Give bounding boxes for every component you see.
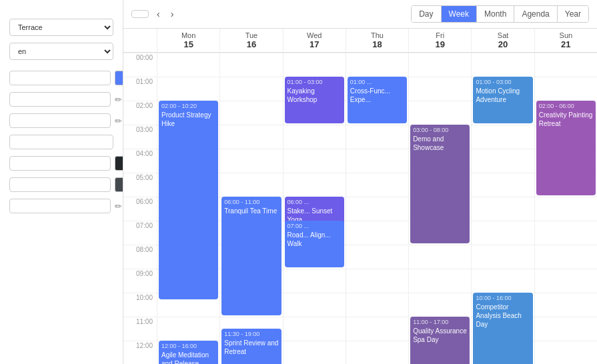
event-title: Road... Align... Walk bbox=[287, 231, 331, 247]
hour-line bbox=[283, 341, 346, 364]
calendar-main: ‹ › Day Week Month Agenda Year Mon 15Tue… bbox=[123, 0, 597, 364]
time-slot-1000: 10:00 bbox=[123, 293, 157, 317]
time-column: 00:0001:0002:0003:0004:0005:0006:0007:00… bbox=[123, 53, 157, 364]
days-area: 02:00 - 10:20Product Strategy Hike12:00 … bbox=[157, 53, 597, 364]
hour-line bbox=[409, 245, 471, 269]
toolbar-text-swatch[interactable] bbox=[115, 177, 123, 192]
event-time: 01:00 - 03:00 bbox=[476, 79, 530, 87]
text-color-input[interactable] bbox=[9, 156, 111, 171]
calendar-event[interactable]: 11:30 - 19:00Sprint Review and Retreat bbox=[221, 329, 281, 364]
event-title: Cross-Func... Expe... bbox=[350, 87, 390, 103]
calendar-event[interactable]: 07:00 ...Road... Align... Walk bbox=[285, 221, 344, 267]
view-group: Day Week Month Agenda Year bbox=[411, 5, 589, 23]
hour-line bbox=[535, 245, 597, 269]
event-title: Creativity Painting Retreat bbox=[539, 111, 593, 127]
calendar-event[interactable]: 12:00 - 16:00Agile Meditation and Releas… bbox=[159, 341, 218, 364]
hour-line bbox=[220, 101, 282, 125]
event-title: Tranquil Tea Time bbox=[224, 207, 277, 215]
hour-line bbox=[283, 293, 346, 317]
calendar-event[interactable]: 02:00 - 10:20Product Strategy Hike bbox=[159, 101, 218, 299]
hour-line bbox=[346, 245, 408, 269]
hour-line bbox=[346, 341, 408, 364]
hour-line bbox=[535, 317, 597, 341]
theme-select[interactable]: Terrace Classic bbox=[9, 19, 113, 36]
day-headers: Mon 15Tue 16Wed 17Thu 18Fri 19Sat 20Sun … bbox=[157, 29, 597, 52]
next-button[interactable]: › bbox=[168, 7, 177, 21]
hour-line bbox=[472, 149, 534, 173]
hour-line bbox=[472, 245, 534, 269]
day-header-tue: Tue 16 bbox=[219, 29, 282, 52]
hour-line bbox=[472, 53, 534, 77]
day-col-sat: 01:00 - 03:00Motion Cycling Adventure10:… bbox=[471, 53, 534, 364]
hour-line bbox=[346, 149, 408, 173]
time-slot-0400: 04:00 bbox=[123, 149, 157, 173]
today-button[interactable] bbox=[131, 10, 149, 18]
hour-line bbox=[346, 293, 408, 317]
day-header-sun: Sun 21 bbox=[534, 29, 597, 52]
view-month[interactable]: Month bbox=[477, 6, 514, 22]
hour-line bbox=[220, 125, 282, 149]
hour-line bbox=[409, 101, 471, 125]
day-col-fri: 03:00 - 08:00Demo and Showcase11:00 - 17… bbox=[408, 53, 471, 364]
toolbar-text-input[interactable] bbox=[9, 177, 111, 192]
event-bg-input[interactable] bbox=[9, 92, 111, 107]
view-week[interactable]: Week bbox=[442, 6, 477, 22]
hour-line bbox=[346, 53, 408, 77]
event-bg-pencil-icon[interactable]: ✏ bbox=[115, 95, 122, 105]
day-col-mon: 02:00 - 10:20Product Strategy Hike12:00 … bbox=[157, 53, 219, 364]
bg-color-input[interactable] bbox=[9, 135, 113, 149]
hour-line bbox=[220, 173, 282, 197]
view-year[interactable]: Year bbox=[558, 6, 588, 22]
hour-line bbox=[535, 53, 597, 77]
hour-line bbox=[535, 221, 597, 245]
event-time: 10:00 - 16:00 bbox=[476, 295, 530, 303]
event-title: Competitor Analysis Beach Day bbox=[476, 303, 521, 328]
hour-line bbox=[220, 77, 282, 101]
event-time: 01:00 ... bbox=[350, 79, 404, 87]
day-header-wed: Wed 17 bbox=[283, 29, 346, 52]
prev-button[interactable]: ‹ bbox=[154, 7, 163, 21]
hour-line bbox=[220, 149, 282, 173]
calendar-event[interactable]: 02:00 - 06:00Creativity Painting Retreat bbox=[536, 101, 596, 195]
time-slot-0500: 05:00 bbox=[123, 173, 157, 197]
calendar-event[interactable]: 03:00 - 08:00Demo and Showcase bbox=[410, 125, 470, 243]
hour-line bbox=[346, 173, 408, 197]
hour-line bbox=[472, 269, 534, 293]
calendar-event[interactable]: 06:00 - 11:00Tranquil Tea Time bbox=[221, 197, 281, 315]
toolbar: ‹ › Day Week Month Agenda Year bbox=[123, 0, 597, 29]
primary-color-swatch[interactable] bbox=[115, 71, 123, 85]
calendar-event[interactable]: 01:00 ...Cross-Func... Expe... bbox=[348, 77, 407, 123]
hour-line bbox=[409, 269, 471, 293]
event-text-pencil-icon[interactable]: ✏ bbox=[115, 116, 122, 126]
calendar-event[interactable]: 01:00 - 03:00Motion Cycling Adventure bbox=[473, 77, 532, 123]
calendar-event[interactable]: 11:00 - 17:00Quality Assurance Spa Day bbox=[410, 317, 470, 364]
time-slot-0600: 06:00 bbox=[123, 197, 157, 221]
event-text-input[interactable] bbox=[9, 113, 111, 128]
header-text-pencil-icon[interactable]: ✏ bbox=[115, 201, 122, 211]
hour-line bbox=[535, 197, 597, 221]
calendar-grid: Mon 15Tue 16Wed 17Thu 18Fri 19Sat 20Sun … bbox=[123, 29, 597, 364]
time-slot-1100: 11:00 bbox=[123, 317, 157, 341]
event-time: 06:00 - 11:00 bbox=[224, 199, 278, 207]
event-title: Product Strategy Hike bbox=[161, 111, 211, 127]
hour-line bbox=[409, 293, 471, 317]
hour-line bbox=[535, 77, 597, 101]
text-color-swatch[interactable] bbox=[115, 156, 123, 171]
view-agenda[interactable]: Agenda bbox=[514, 6, 557, 22]
hour-line bbox=[346, 221, 408, 245]
day-col-sun: 02:00 - 06:00Creativity Painting Retreat bbox=[534, 53, 597, 364]
event-time: 01:00 - 03:00 bbox=[287, 79, 342, 87]
time-slot-0800: 08:00 bbox=[123, 245, 157, 269]
hour-line bbox=[283, 53, 346, 77]
hour-line bbox=[472, 197, 534, 221]
event-time: 11:30 - 19:00 bbox=[224, 331, 278, 339]
time-slot-0100: 01:00 bbox=[123, 77, 157, 101]
hour-line bbox=[346, 317, 408, 341]
header-text-input[interactable] bbox=[9, 199, 111, 213]
calendar-event[interactable]: 10:00 - 16:00Competitor Analysis Beach D… bbox=[473, 293, 532, 364]
day-header-sat: Sat 20 bbox=[471, 29, 534, 52]
view-day[interactable]: Day bbox=[412, 6, 441, 22]
calendar-event[interactable]: 01:00 - 03:00Kayaking Workshop bbox=[285, 77, 344, 123]
primary-color-input[interactable] bbox=[9, 71, 111, 85]
locale-select[interactable]: en fr bbox=[9, 43, 113, 60]
